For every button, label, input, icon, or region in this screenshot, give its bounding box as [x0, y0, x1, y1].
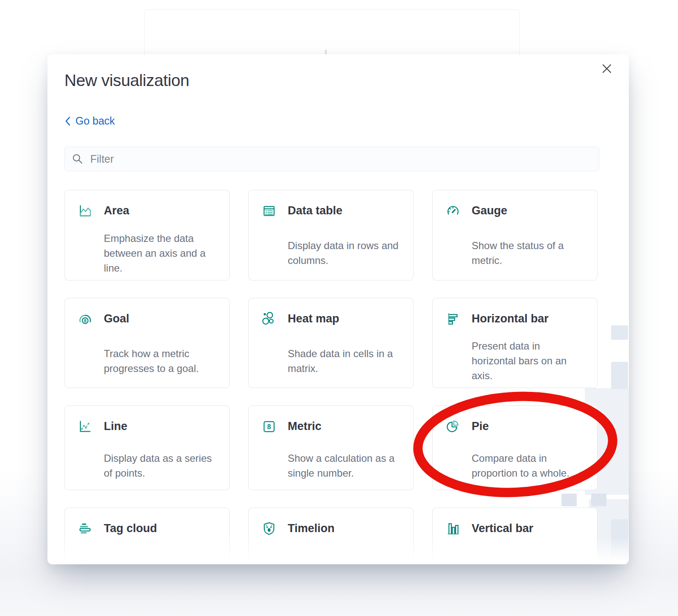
card-description: Track how a metric progresses to a goal. — [104, 346, 218, 376]
go-back-label: Go back — [75, 115, 115, 127]
vertical-bar-icon — [445, 521, 461, 536]
card-data-table[interactable]: Data table Display data in rows and colu… — [248, 190, 414, 280]
gauge-icon — [445, 203, 461, 219]
card-title: Data table — [288, 203, 402, 218]
card-title: Metric — [288, 419, 402, 434]
area-chart-icon — [78, 203, 93, 219]
card-title: Goal — [104, 311, 218, 326]
svg-text:8: 8 — [84, 318, 86, 323]
chevron-left-icon — [64, 116, 71, 126]
card-description: Display word frequency with font size. — [104, 559, 218, 564]
card-line[interactable]: Line Display data as a series of points. — [64, 405, 230, 490]
new-visualization-modal: New visualization Go back Area Emphasize… — [47, 54, 629, 564]
card-title: Gauge — [472, 203, 586, 218]
card-title: Vertical bar — [472, 521, 586, 536]
card-description: Display data in rows and columns. — [288, 238, 402, 268]
filter-input[interactable] — [89, 153, 592, 166]
horizontal-bar-icon — [445, 311, 461, 327]
close-button[interactable] — [599, 61, 614, 76]
go-back-link[interactable]: Go back — [64, 115, 115, 127]
card-description: Emphasize the data between an axis and a… — [104, 231, 218, 275]
card-title: Area — [104, 203, 218, 218]
data-table-icon — [261, 203, 277, 219]
card-description: Compare data in proportion to a whole. — [472, 451, 586, 480]
pie-chart-icon — [445, 419, 461, 434]
card-area[interactable]: Area Emphasize the data between an axis … — [64, 190, 230, 280]
card-goal[interactable]: 8 Goal Track how a metric progresses to … — [64, 298, 230, 388]
card-tag-cloud[interactable]: Tag cloud Display word frequency with fo… — [64, 508, 230, 564]
page-title: New visualization — [64, 71, 189, 90]
card-gauge[interactable]: Gauge Show the status of a metric. — [432, 190, 597, 280]
card-pie[interactable]: Pie Compare data in proportion to a whol… — [432, 405, 597, 490]
card-timelion[interactable]: Timelion Show time series data on a grap… — [248, 508, 414, 564]
card-metric[interactable]: 8 Metric Show a calculation as a single … — [248, 405, 414, 490]
card-heat-map[interactable]: Heat map Shade data in cells in a matrix… — [248, 298, 414, 388]
watermark-shape — [611, 362, 628, 389]
watermark-shape — [611, 519, 628, 564]
card-title: Pie — [472, 419, 586, 434]
card-description: Show the status of a metric. — [472, 238, 586, 268]
svg-text:8: 8 — [267, 423, 271, 430]
card-title: Timelion — [288, 521, 402, 536]
card-description: Shade data in cells in a matrix. — [288, 346, 402, 376]
card-description: Show time series data on a graph. — [288, 559, 402, 564]
card-title: Heat map — [288, 311, 402, 326]
card-description: Show a calculation as a single number. — [288, 451, 402, 480]
watermark-shape — [611, 325, 628, 340]
tag-cloud-icon — [78, 521, 93, 536]
card-description: Present data in vertical bars on an axis… — [472, 559, 586, 564]
goal-icon: 8 — [78, 311, 93, 327]
visualization-grid: Area Emphasize the data between an axis … — [64, 190, 597, 564]
card-description: Display data as a series of points. — [104, 451, 218, 480]
card-title: Tag cloud — [104, 521, 218, 536]
close-icon — [601, 63, 612, 74]
card-title: Line — [104, 419, 218, 434]
card-horizontal-bar[interactable]: Horizontal bar Present data in horizonta… — [432, 298, 597, 388]
card-vertical-bar[interactable]: Vertical bar Present data in vertical ba… — [432, 508, 597, 564]
heat-map-icon — [261, 311, 277, 327]
filter-search-box — [64, 147, 599, 171]
metric-icon: 8 — [261, 419, 277, 434]
line-chart-icon — [78, 419, 93, 434]
card-description: Present data in horizontal bars on an ax… — [472, 339, 586, 383]
search-icon — [72, 153, 83, 165]
timelion-icon — [261, 521, 277, 536]
card-title: Horizontal bar — [472, 311, 586, 326]
